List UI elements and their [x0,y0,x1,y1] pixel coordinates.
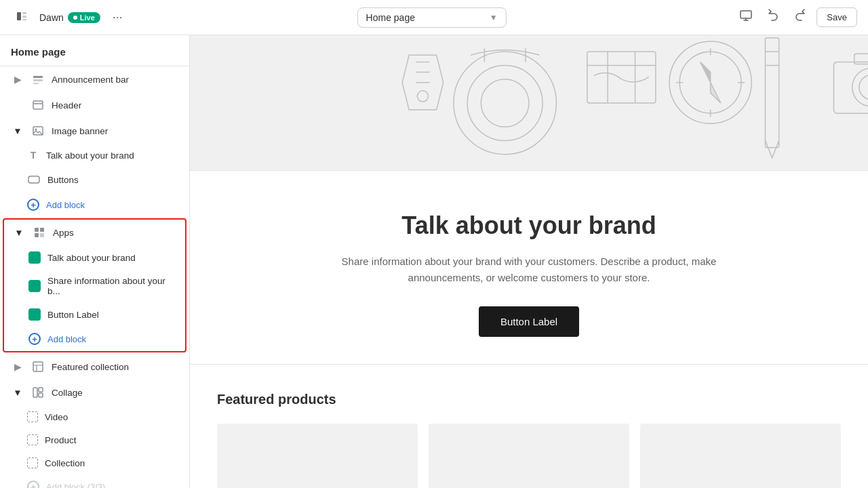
apps-grid-icon [33,226,46,239]
sidebar-item-header[interactable]: ▶ Header [0,92,189,118]
sidebar-item-collage-video[interactable]: Video [0,405,189,428]
sidebar-item-apps[interactable]: ▼ Apps [4,220,185,245]
svg-rect-13 [40,228,44,232]
svg-rect-14 [35,233,39,237]
svg-rect-8 [33,101,43,109]
chevron-down-icon: ▼ [490,13,498,22]
app-block-icon-3 [28,308,41,321]
buttons-icon [27,173,41,186]
sidebar-item-app-share[interactable]: Share information about your b... [4,270,185,302]
svg-rect-2 [22,16,26,18]
sidebar-item-add-block-collage: + Add block (3/3) [0,474,189,488]
brand-description: Share information about your brand with … [326,253,732,286]
buttons-label: Buttons [47,175,178,185]
more-options-button[interactable]: ··· [107,7,128,27]
announcement-bar-icon [31,73,45,86]
banner-area [190,35,868,171]
header-label: Header [52,100,178,110]
featured-expand-icon: ▶ [11,360,24,373]
rich-content-section: Talk about your brand Share information … [190,171,868,365]
featured-collection-label: Featured collection [52,362,178,372]
collage-expand-icon: ▼ [11,386,24,399]
add-block-collage-label: Add block (3/3) [46,482,105,489]
add-block-apps-plus-icon: + [28,333,41,345]
live-label: Live [80,14,95,22]
sidebar-item-collage[interactable]: ▼ Collage [0,380,189,405]
svg-point-10 [35,129,37,131]
sidebar-item-add-block-apps[interactable]: + Add block [4,327,185,351]
redo-icon [793,9,807,22]
sidebar-item-talk-about-brand[interactable]: T Talk about your brand [0,144,189,167]
svg-rect-16 [33,362,43,371]
desktop-view-button[interactable] [735,5,757,30]
collage-product-label: Product [45,435,178,445]
save-button[interactable]: Save [816,7,857,27]
sidebar-item-announcement-bar[interactable]: ▶ Announcement bar [0,66,189,92]
svg-rect-5 [33,76,43,78]
sidebar-toggle-button[interactable] [11,5,33,29]
talk-about-brand-label: Talk about your brand [46,150,178,161]
svg-rect-0 [17,12,21,20]
svg-rect-6 [33,79,43,81]
expand-icon: ▶ [11,73,24,86]
main-layout: Home page ▶ Announcement bar ▶ Header ▼ … [0,35,868,488]
svg-rect-17 [33,388,37,397]
undo-icon [766,9,780,22]
topbar: Dawn Live ··· Home page ▼ [0,0,868,35]
collapse-icon: ▼ [11,124,24,138]
store-badge: Dawn Live [39,12,100,23]
apps-label: Apps [53,228,174,238]
add-block-label-1: Add block [46,200,85,210]
collage-collection-icon [27,458,38,468]
header-icon [31,98,45,112]
text-icon: T [27,150,39,161]
sidebar-item-image-banner[interactable]: ▼ Image banner [0,118,189,144]
canvas-inner: Talk about your brand Share information … [190,35,868,488]
featured-collection-icon [31,360,45,373]
app-talk-label: Talk about your brand [47,253,174,263]
sidebar-item-add-block-image-banner[interactable]: + Add block [0,192,189,217]
app-share-label: Share information about your b... [47,276,174,296]
apps-section-highlighted: ▼ Apps Talk about your brand Share infor… [3,218,186,352]
topbar-right: Save [735,5,857,30]
topbar-center: Home page ▼ [357,7,507,28]
svg-rect-19 [39,393,43,397]
banner-sketch-svg [190,35,868,171]
desktop-icon [739,9,753,22]
svg-rect-1 [22,12,26,14]
sidebar-title: Home page [0,35,189,66]
undo-button[interactable] [762,5,784,30]
svg-rect-7 [33,83,39,84]
svg-rect-3 [22,19,26,20]
image-banner-label: Image banner [52,126,178,136]
button-label-button[interactable]: Button Label [479,306,579,337]
sidebar-item-featured-collection[interactable]: ▶ Featured collection [0,354,189,380]
featured-products-section: Featured products [190,365,868,488]
brand-title: Talk about your brand [217,211,841,240]
live-dot [73,16,77,20]
add-block-plus-icon: + [27,199,39,211]
app-button-label: Button Label [47,310,174,320]
add-block-collage-plus-icon: + [27,481,39,488]
sidebar-item-app-talk[interactable]: Talk about your brand [4,245,185,270]
sidebar-item-app-button[interactable]: Button Label [4,302,185,327]
app-block-icon-1 [28,251,41,264]
image-banner-icon [31,124,45,138]
app-block-icon-2 [28,280,41,292]
collage-video-icon [27,411,38,422]
canvas: Talk about your brand Share information … [190,35,868,488]
page-selector-button[interactable]: Home page ▼ [357,7,507,28]
product-card-3 [640,424,841,488]
topbar-left: Dawn Live ··· [11,5,128,29]
product-card-1 [217,424,418,488]
sidebar-item-collage-collection[interactable]: Collection [0,451,189,474]
svg-rect-4 [741,11,751,18]
collage-collection-label: Collection [45,458,178,468]
redo-button[interactable] [789,5,811,30]
announcement-bar-label: Announcement bar [52,75,178,85]
collage-label: Collage [52,388,178,398]
collage-icon [31,386,45,399]
sidebar-item-buttons[interactable]: Buttons [0,167,189,192]
sidebar-toggle-icon [15,9,28,23]
sidebar-item-collage-product[interactable]: Product [0,428,189,451]
